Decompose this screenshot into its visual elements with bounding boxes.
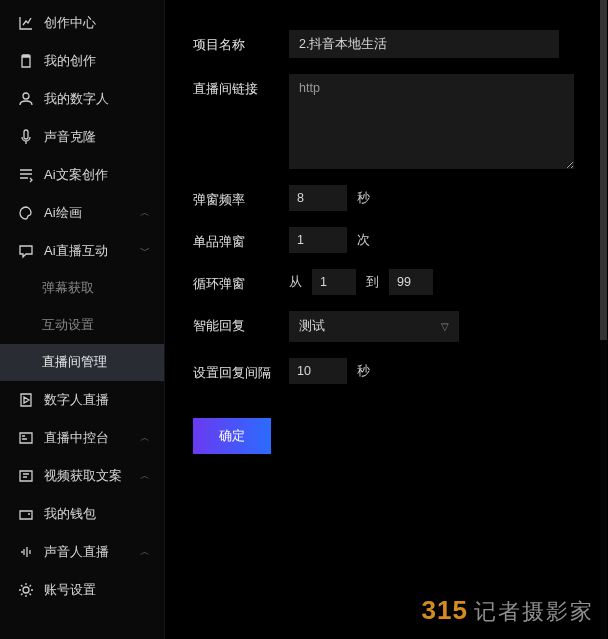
reply-interval-label: 设置回复间隔 — [193, 358, 289, 382]
sidebar-item-label: 我的数字人 — [44, 90, 150, 108]
loop-popup-label: 循环弹窗 — [193, 269, 289, 293]
sidebar-item-3[interactable]: 声音克隆 — [0, 118, 164, 156]
sidebar-item-label: 创作中心 — [44, 14, 150, 32]
clipboard-icon — [18, 53, 34, 69]
sidebar-item-15[interactable]: 账号设置 — [0, 571, 164, 609]
chevron-up-icon: ︿ — [140, 431, 150, 445]
audio-icon — [18, 544, 34, 560]
video-text-icon — [18, 468, 34, 484]
sidebar-item-11[interactable]: 直播中控台︿ — [0, 419, 164, 457]
scrollbar-thumb[interactable] — [600, 0, 607, 340]
sidebar-item-8[interactable]: 互动设置 — [0, 307, 164, 344]
confirm-button[interactable]: 确定 — [193, 418, 271, 454]
stream-link-input[interactable]: http — [289, 74, 574, 169]
project-name-label: 项目名称 — [193, 30, 289, 54]
sidebar-item-10[interactable]: 数字人直播 — [0, 381, 164, 419]
sidebar-item-label: 我的钱包 — [44, 505, 150, 523]
single-popup-input[interactable] — [289, 227, 347, 253]
single-popup-label: 单品弹窗 — [193, 227, 289, 251]
sidebar-item-label: Ai绘画 — [44, 204, 130, 222]
smart-reply-label: 智能回复 — [193, 311, 289, 335]
main-form: 项目名称 直播间链接 http 弹窗频率 秒 单品弹窗 次 循环弹窗 从 — [165, 0, 608, 639]
sidebar-item-label: Ai文案创作 — [44, 166, 150, 184]
loop-from-label: 从 — [289, 273, 302, 291]
stream-link-label: 直播间链接 — [193, 74, 289, 98]
popup-freq-input[interactable] — [289, 185, 347, 211]
mic-icon — [18, 129, 34, 145]
sidebar-item-label: 视频获取文案 — [44, 467, 130, 485]
sidebar-item-6[interactable]: Ai直播互动﹀ — [0, 232, 164, 270]
smart-reply-value: 测试 — [299, 318, 325, 335]
sidebar-item-label: 账号设置 — [44, 581, 150, 599]
sidebar-item-label: 声音克隆 — [44, 128, 150, 146]
sidebar-item-5[interactable]: Ai绘画︿ — [0, 194, 164, 232]
sidebar-item-12[interactable]: 视频获取文案︿ — [0, 457, 164, 495]
project-name-input[interactable] — [289, 30, 559, 58]
play-icon — [18, 392, 34, 408]
person-icon — [18, 91, 34, 107]
console-icon — [18, 430, 34, 446]
loop-to-label: 到 — [366, 273, 379, 291]
sidebar-item-label: 数字人直播 — [44, 391, 150, 409]
chat-icon — [18, 243, 34, 259]
popup-freq-label: 弹窗频率 — [193, 185, 289, 209]
chevron-up-icon: ︿ — [140, 545, 150, 559]
palette-icon — [18, 205, 34, 221]
sidebar-item-9[interactable]: 直播间管理 — [0, 344, 164, 381]
ai-text-icon — [18, 167, 34, 183]
chevron-up-icon: ︿ — [140, 206, 150, 220]
sidebar-item-0[interactable]: 创作中心 — [0, 4, 164, 42]
smart-reply-select[interactable]: 测试 ▽ — [289, 311, 459, 342]
sidebar-item-2[interactable]: 我的数字人 — [0, 80, 164, 118]
sidebar-item-label: Ai直播互动 — [44, 242, 130, 260]
reply-interval-input[interactable] — [289, 358, 347, 384]
chart-icon — [18, 15, 34, 31]
sidebar-item-label: 我的创作 — [44, 52, 150, 70]
loop-from-input[interactable] — [312, 269, 356, 295]
reply-interval-unit: 秒 — [357, 362, 370, 380]
sidebar-item-label: 直播中控台 — [44, 429, 130, 447]
popup-freq-unit: 秒 — [357, 189, 370, 207]
sidebar-item-13[interactable]: 我的钱包 — [0, 495, 164, 533]
sidebar-item-label: 直播间管理 — [42, 354, 150, 371]
sidebar-item-14[interactable]: 声音人直播︿ — [0, 533, 164, 571]
single-popup-unit: 次 — [357, 231, 370, 249]
sidebar-item-label: 弹幕获取 — [42, 280, 150, 297]
chevron-down-icon: ▽ — [441, 321, 449, 332]
loop-to-input[interactable] — [389, 269, 433, 295]
sidebar-item-label: 互动设置 — [42, 317, 150, 334]
sidebar: 创作中心我的创作我的数字人声音克隆Ai文案创作Ai绘画︿Ai直播互动﹀弹幕获取互… — [0, 0, 165, 639]
wallet-icon — [18, 506, 34, 522]
sidebar-item-7[interactable]: 弹幕获取 — [0, 270, 164, 307]
chevron-down-icon: ﹀ — [140, 244, 150, 258]
gear-icon — [18, 582, 34, 598]
sidebar-item-4[interactable]: Ai文案创作 — [0, 156, 164, 194]
sidebar-item-label: 声音人直播 — [44, 543, 130, 561]
sidebar-item-1[interactable]: 我的创作 — [0, 42, 164, 80]
chevron-up-icon: ︿ — [140, 469, 150, 483]
